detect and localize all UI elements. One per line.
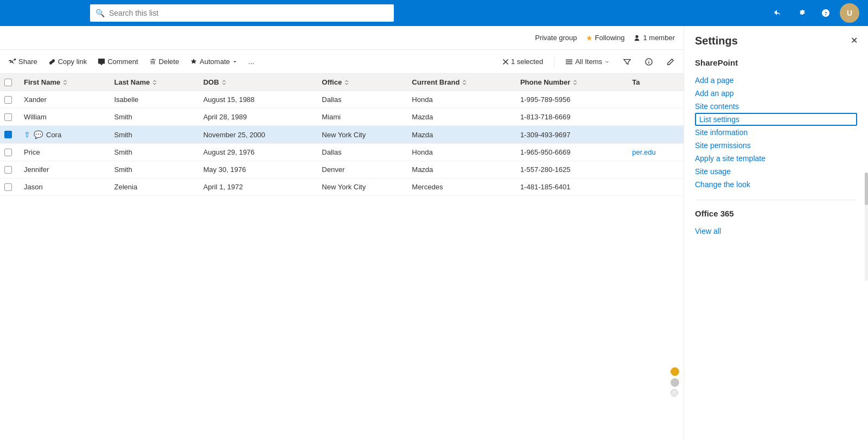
row-checkbox[interactable] — [4, 131, 12, 138]
cell-phone: 1-995-789-5956 — [514, 91, 626, 109]
help-icon — [821, 9, 830, 17]
col-header-current-brand[interactable]: Current Brand — [405, 74, 514, 91]
delete-icon — [149, 58, 157, 66]
col-header-dob[interactable]: DOB — [197, 74, 316, 91]
cell-dob: November 25, 2000 — [197, 126, 316, 144]
search-input[interactable] — [109, 9, 388, 17]
cell-office: Dallas — [315, 144, 405, 161]
table-row[interactable]: XanderIsabelleAugust 15, 1988DallasHonda… — [0, 91, 684, 109]
chevron-down-icon — [604, 59, 610, 65]
table-row[interactable]: PriceSmithAugust 29, 1976DallasHonda1-96… — [0, 144, 684, 161]
selected-count-label: 1 selected — [511, 58, 543, 66]
table-container: First Name Last Name D — [0, 74, 684, 440]
help-icon-button[interactable] — [816, 3, 835, 23]
settings-link-change-the-look[interactable]: Change the look — [695, 178, 857, 191]
search-box-container[interactable]: 🔍 — [90, 4, 394, 22]
following-button[interactable]: ★ Following — [586, 34, 625, 42]
cell-first-name: Xander — [17, 91, 107, 109]
settings-close-button[interactable]: ✕ — [846, 33, 861, 48]
col-header-phone[interactable]: Phone Number — [514, 74, 626, 91]
cell-phone: 1-481-185-6401 — [514, 178, 626, 196]
settings-panel: ✕ Settings SharePoint Add a pageAdd an a… — [684, 26, 868, 440]
sort-icon — [344, 80, 349, 85]
table-header-row: First Name Last Name D — [0, 74, 684, 91]
scroll-indicators — [671, 367, 679, 397]
more-button[interactable]: ... — [244, 53, 259, 71]
top-bar: 🔍 U — [0, 0, 868, 26]
comment-button[interactable]: Comment — [93, 53, 142, 71]
content-area: Private group ★ Following 1 member Share… — [0, 26, 684, 440]
view-all-link[interactable]: View all — [695, 225, 857, 238]
scroll-dot-gray-2 — [671, 389, 678, 397]
select-all-checkbox[interactable] — [4, 79, 12, 86]
scroll-dot-amber — [671, 367, 679, 376]
settings-link-site-usage[interactable]: Site usage — [695, 165, 857, 178]
table-row[interactable]: ⇧ 💬 CoraSmithNovember 25, 2000New York C… — [0, 126, 684, 144]
view-name-label: All Items — [575, 58, 602, 66]
settings-link-list-settings[interactable]: List settings — [695, 113, 857, 126]
close-icon — [502, 59, 509, 65]
row-checkbox[interactable] — [4, 183, 12, 191]
table-row[interactable]: JasonZeleniaApril 1, 1972New York CityMe… — [0, 178, 684, 196]
settings-link-site-contents[interactable]: Site contents — [695, 100, 857, 113]
sort-icon — [221, 80, 227, 85]
reply-icon-button[interactable] — [768, 3, 788, 23]
cell-ta — [626, 126, 684, 144]
cell-phone: 1-813-718-6669 — [514, 109, 626, 126]
cell-brand: Mercedes — [405, 178, 514, 196]
comment-icon — [98, 58, 105, 66]
cell-phone: 1-965-950-6669 — [514, 144, 626, 161]
settings-link-add-an-app[interactable]: Add an app — [695, 87, 857, 100]
link-icon — [48, 58, 56, 66]
view-selector-button[interactable]: All Items — [561, 53, 614, 71]
clear-selection-button[interactable]: 1 selected — [498, 53, 547, 71]
table-row[interactable]: WilliamSmithApril 28, 1989MiamiMazda1-81… — [0, 109, 684, 126]
cell-dob: August 29, 1976 — [197, 144, 316, 161]
row-checkbox[interactable] — [4, 166, 12, 174]
copy-link-button[interactable]: Copy link — [44, 53, 91, 71]
row-checkbox[interactable] — [4, 96, 12, 104]
cell-first-name: William — [17, 109, 107, 126]
row-checkbox[interactable] — [4, 149, 12, 156]
row-checkbox[interactable] — [4, 113, 12, 121]
share-button[interactable]: Share — [4, 53, 42, 71]
cell-last-name: Smith — [107, 161, 196, 178]
delete-button[interactable]: Delete — [145, 53, 184, 71]
cell-phone: 1-557-280-1625 — [514, 161, 626, 178]
scrollbar-track[interactable] — [865, 173, 868, 281]
settings-title: Settings — [695, 35, 857, 47]
cell-ta — [626, 109, 684, 126]
cell-last-name: Smith — [107, 126, 196, 144]
settings-icon-button[interactable] — [792, 3, 812, 23]
cell-first-name: Price — [17, 144, 107, 161]
share-row-icon[interactable]: ⇧ — [24, 130, 30, 139]
comment-row-icon[interactable]: 💬 — [34, 130, 43, 139]
data-table: First Name Last Name D — [0, 74, 684, 196]
avatar[interactable]: U — [840, 3, 859, 23]
col-header-last-name[interactable]: Last Name — [107, 74, 196, 91]
cell-first-name: Jason — [17, 178, 107, 196]
cell-first-name: ⇧ 💬 Cora — [17, 126, 107, 144]
cell-dob: May 30, 1976 — [197, 161, 316, 178]
automate-button[interactable]: Automate — [186, 53, 242, 71]
scrollbar-thumb[interactable] — [865, 173, 868, 205]
settings-link-site-information[interactable]: Site information — [695, 126, 857, 139]
col-header-ta[interactable]: Ta — [626, 74, 684, 91]
col-header-first-name[interactable]: First Name — [17, 74, 107, 91]
sort-icon — [152, 80, 157, 85]
cell-dob: April 28, 1989 — [197, 109, 316, 126]
main-container: Private group ★ Following 1 member Share… — [0, 26, 868, 440]
info-button[interactable] — [640, 53, 658, 71]
first-name-text: Cora — [46, 131, 61, 139]
filter-button[interactable] — [618, 53, 636, 71]
col-header-office[interactable]: Office — [315, 74, 405, 91]
settings-link-apply-a-site-template[interactable]: Apply a site template — [695, 152, 857, 165]
cell-last-name: Isabelle — [107, 91, 196, 109]
settings-link-add-a-page[interactable]: Add a page — [695, 74, 857, 87]
sort-icon — [62, 80, 68, 85]
cell-brand: Honda — [405, 91, 514, 109]
settings-link-site-permissions[interactable]: Site permissions — [695, 139, 857, 152]
edit-button[interactable] — [662, 53, 679, 71]
table-row[interactable]: JenniferSmithMay 30, 1976DenverMazda1-55… — [0, 161, 684, 178]
cell-ta — [626, 161, 684, 178]
